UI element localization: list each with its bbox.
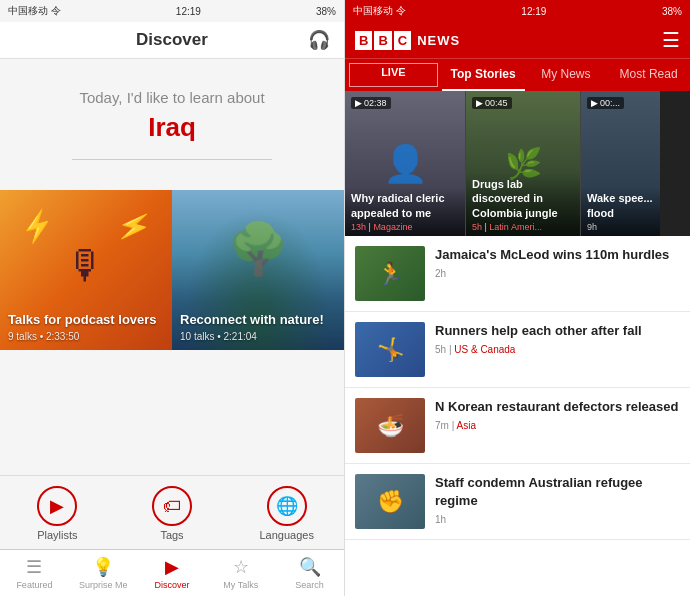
hurdles-meta: 2h [435,268,680,279]
news-list: 🏃 Jamaica's McLeod wins 110m hurdles 2h … [345,236,690,596]
playlist-cards: ⚡ ⚡ 🎙 Talks for podcast lovers 9 talks •… [0,190,344,350]
wake-title: Wake spee... flood [587,191,654,220]
status-bar-right: 中国移动 令 12:19 38% [345,0,690,22]
korean-title: N Korean restaurant defectors released [435,398,680,416]
bottom-icons-row: ▶ Playlists 🏷 Tags 🌐 Languages [0,475,344,549]
right-battery: 38% [662,6,682,17]
featured-item-drugs[interactable]: 🌿 ▶ 00:45 Drugs lab discovered in Colomb… [465,91,580,236]
cleric-info: Why radical cleric appealed to me 13h | … [345,187,465,236]
hurdles-title: Jamaica's McLeod wins 110m hurdles [435,246,680,264]
featured-label: Featured [16,580,52,590]
left-battery: 38% [316,6,336,17]
thumb-runners: 🤸 [355,322,425,377]
search-icon: 🔍 [299,556,321,578]
korean-text: N Korean restaurant defectors released 7… [435,398,680,431]
australia-title: Staff condemn Australian refugee regime [435,474,680,510]
bbc-b: B [355,31,372,50]
drugs-meta: 5h | Latin Ameri... [472,222,574,232]
play-icon-3: ▶ [591,98,598,108]
australia-text: Staff condemn Australian refugee regime … [435,474,680,525]
play-badge-1: ▶ 02:38 [351,97,391,109]
left-panel: 中国移动 令 12:19 38% Discover 🎧 Today, I'd l… [0,0,345,596]
mic-icon: 🎙 [66,243,106,288]
hamburger-icon[interactable]: ☰ [662,28,680,52]
tags-icon: 🏷 [152,486,192,526]
playlists-label: Playlists [37,529,77,541]
featured-item-cleric[interactable]: 👤 ▶ 02:38 Why radical cleric appealed to… [345,91,465,236]
play-icon-1: ▶ [355,98,362,108]
languages-button[interactable]: 🌐 Languages [229,486,344,541]
featured-item-wake[interactable]: ▶ 00:... Wake spee... flood 9h [580,91,660,236]
tab-live[interactable]: LIVE [349,63,438,87]
right-carrier: 中国移动 令 [353,4,406,18]
play-badge-3: ▶ 00:... [587,97,624,109]
podcast-card-info: Talks for podcast lovers 9 talks • 2:33:… [0,304,172,350]
play-badge-2: ▶ 00:45 [472,97,512,109]
cleric-title: Why radical cleric appealed to me [351,191,459,220]
featured-row: 👤 ▶ 02:38 Why radical cleric appealed to… [345,91,690,236]
thumb-australia: ✊ [355,474,425,529]
topic-underline [72,159,272,160]
discover-icon: ▶ [165,556,179,578]
playlists-icon: ▶ [37,486,77,526]
runners-title: Runners help each other after fall [435,322,680,340]
tab-bar: ☰ Featured 💡 Surprise Me ▶ Discover ☆ My… [0,549,344,596]
drugs-info: Drugs lab discovered in Colombia jungle … [466,173,580,236]
wake-info: Wake spee... flood 9h [581,187,660,236]
playlist-card-podcast[interactable]: ⚡ ⚡ 🎙 Talks for podcast lovers 9 talks •… [0,190,172,350]
bbc-header: B B C NEWS ☰ [345,22,690,58]
bbc-logo-group: B B C NEWS [355,31,460,50]
topic-title: Iraq [148,112,196,143]
tab-discover[interactable]: ▶ Discover [138,554,207,592]
news-item-korean[interactable]: 🍜 N Korean restaurant defectors released… [345,388,690,464]
tags-button[interactable]: 🏷 Tags [115,486,230,541]
nature-card-info: Reconnect with nature! 10 talks • 2:21:0… [172,304,344,350]
korean-meta: 7m | Asia [435,420,680,431]
playlists-button[interactable]: ▶ Playlists [0,486,115,541]
news-item-runners[interactable]: 🤸 Runners help each other after fall 5h … [345,312,690,388]
podcast-card-subtitle: 9 talks • 2:33:50 [8,331,164,342]
left-time: 12:19 [176,6,201,17]
thumb-hurdles: 🏃 [355,246,425,301]
status-bar-left: 中国移动 令 12:19 38% [0,0,344,22]
page-title: Discover [0,30,344,50]
mytalks-label: My Talks [223,580,258,590]
tab-my-news[interactable]: My News [525,59,608,91]
playlist-card-nature[interactable]: 🌳 Reconnect with nature! 10 talks • 2:21… [172,190,344,350]
bbc-logo: B B C [355,31,411,50]
tab-top-stories[interactable]: Top Stories [442,59,525,91]
tab-featured[interactable]: ☰ Featured [0,554,69,592]
mytalks-icon: ☆ [233,556,249,578]
surpriseme-label: Surprise Me [79,580,128,590]
cleric-meta: 13h | Magazine [351,222,459,232]
drugs-title: Drugs lab discovered in Colombia jungle [472,177,574,220]
tab-surpriseme[interactable]: 💡 Surprise Me [69,554,138,592]
tags-label: Tags [160,529,183,541]
podcast-card-title: Talks for podcast lovers [8,312,164,329]
cleric-image: 👤 [383,143,428,185]
discover-prompt: Today, I'd like to learn about [79,89,264,106]
bbc-c: C [394,31,411,50]
languages-icon: 🌐 [267,486,307,526]
news-item-australia[interactable]: ✊ Staff condemn Australian refugee regim… [345,464,690,540]
wake-meta: 9h [587,222,654,232]
search-label: Search [295,580,324,590]
tab-mytalks[interactable]: ☆ My Talks [206,554,275,592]
languages-label: Languages [259,529,313,541]
discover-label: Discover [154,580,189,590]
right-time: 12:19 [521,6,546,17]
headphone-icon[interactable]: 🎧 [308,29,330,51]
right-panel: 中国移动 令 12:19 38% B B C NEWS ☰ LIVE Top S… [345,0,690,596]
discover-content: Today, I'd like to learn about Iraq ⚡ ⚡ … [0,59,344,475]
bbc-news-label: NEWS [417,33,460,48]
news-item-hurdles[interactable]: 🏃 Jamaica's McLeod wins 110m hurdles 2h [345,236,690,312]
surpriseme-icon: 💡 [92,556,114,578]
runners-text: Runners help each other after fall 5h | … [435,322,680,355]
nav-tabs: LIVE Top Stories My News Most Read [345,58,690,91]
left-header: Discover 🎧 [0,22,344,59]
tab-most-read[interactable]: Most Read [607,59,690,91]
tab-search[interactable]: 🔍 Search [275,554,344,592]
tree-icon: 🌳 [227,220,289,278]
runners-meta: 5h | US & Canada [435,344,680,355]
bbc-second-b: B [374,31,391,50]
